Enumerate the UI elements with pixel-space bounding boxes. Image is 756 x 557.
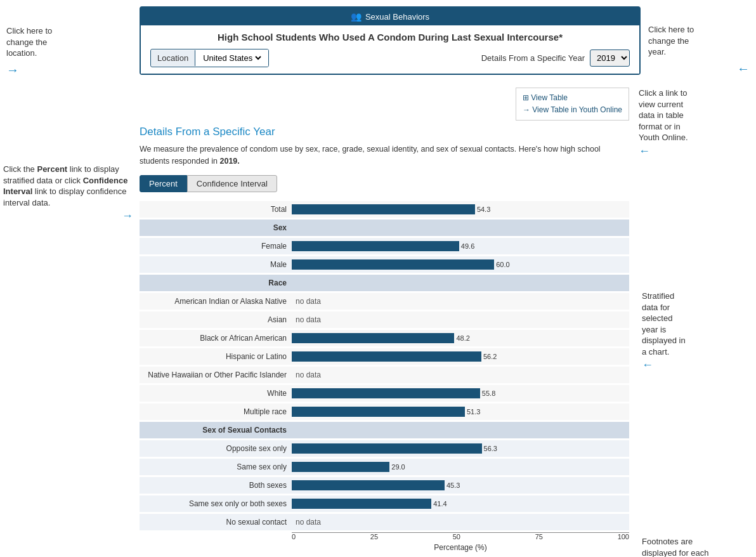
header-box: 👥 Sexual Behaviors High School Students … [140,6,641,75]
survey-title: High School Students Who Used A Condom D… [150,32,630,43]
chart-row-label: American Indian or Alaska Native [140,297,292,306]
chart-row-label: No sexual contact [140,518,292,527]
chart-row-label: Both sexes [140,481,292,490]
chart-bar [292,443,482,454]
year-dropdown[interactable]: 2019 [590,49,630,67]
chart-bar [292,204,475,214]
chart-bar-value: 49.6 [461,242,474,250]
chart-bar-container: 55.8 [292,386,629,400]
chart-row-label: Same sex only [140,462,292,471]
chart-bar-value: 56.3 [484,445,497,452]
section-year: 2019. [220,157,240,166]
chart-row-label: Native Hawaiian or Other Pacific Islande… [140,370,292,379]
chart-bar-container: 56.3 [292,442,629,455]
chart-no-data: no data [292,518,321,527]
chart-bar-container [292,221,629,235]
percent-toggle[interactable]: Percent [140,175,187,192]
chart-bar-container: 54.3 [292,202,629,216]
chart-row: American Indian or Alaska Nativeno data [140,293,629,310]
chart-bar-container: 49.6 [292,239,629,253]
chart-bar-container: 48.2 [292,331,629,345]
chart-bar-container [292,276,629,290]
chart-row: Hispanic or Latino56.2 [140,348,629,365]
x-axis-title: Percentage (%) [292,543,629,552]
chart-bar-value: 41.4 [433,500,446,508]
chart-bar-container: no data [292,515,629,529]
section-desc: We measure the prevalence of condom use … [140,143,629,167]
chart-bar-value: 51.3 [467,408,480,416]
header-title-bar: 👥 Sexual Behaviors [141,8,639,25]
callout-view-table: Click a link to view current data in tab… [639,88,753,159]
chart-bar [292,388,480,398]
chart-bar-value: 60.0 [496,261,509,268]
chart-bar [292,241,459,251]
chart-bar-value: 55.8 [482,390,495,397]
callout-change-location: Click here to change the location. → [6,25,114,79]
chart-row: Same sex only or both sexes41.4 [140,495,629,512]
chart-row-label: Race [140,278,292,287]
chart-row-label: Asian [140,315,292,324]
chart-row: Sex of Sexual Contacts [140,422,629,438]
chart-row-label: Multiple race [140,407,292,416]
header-content: High School Students Who Used A Condom D… [141,25,639,74]
chart-row: Same sex only29.0 [140,459,629,475]
chart-bar [292,351,481,362]
chart-bar-value: 29.0 [391,463,405,471]
view-youth-online-link[interactable]: → View Table in Youth Online [523,104,622,116]
chart-bar-container: 56.2 [292,350,629,364]
chart-bar [292,259,494,270]
chart-bar-container: 45.3 [292,478,629,492]
page-wrapper: Click here to change the location. → Cli… [0,0,756,557]
year-label: Details From a Specific Year [481,53,585,63]
chart-row-label: Same sex only or both sexes [140,499,292,508]
chart-no-data: no data [292,297,321,306]
section-title: Details From a Specific Year [140,126,629,138]
location-dropdown[interactable]: United States [200,53,263,63]
confidence-interval-toggle[interactable]: Confidence Interval [187,175,277,192]
callout-change-year: Click here to change the year. ← [648,24,750,77]
callout-percent-ci: Click the Percent link to display strati… [3,164,133,223]
x-label-100: 100 [618,533,629,541]
chart-row-label: Hispanic or Latino [140,352,292,361]
chart-row-label: White [140,389,292,398]
chart-row: Both sexes45.3 [140,477,629,494]
chart-bar-value: 54.3 [477,206,490,213]
chart-bar-value: 45.3 [446,482,460,489]
chart-row-label: Total [140,205,292,214]
chart-row-label: Opposite sex only [140,444,292,453]
chart-row: Total54.3 [140,201,629,218]
location-select[interactable]: United States [195,49,268,67]
chart-row: Female49.6 [140,238,629,254]
view-links-box: ⊞ View Table → View Table in Youth Onlin… [516,88,629,121]
chart-row-label: Sex of Sexual Contacts [140,426,292,435]
view-table-link[interactable]: ⊞ View Table [523,92,622,104]
chart-no-data: no data [292,315,321,324]
chart-row: White55.8 [140,385,629,402]
chart-bar [292,480,445,490]
table-icon: ⊞ [523,93,529,102]
chart-bar [292,462,389,472]
chart-row-label: Male [140,260,292,269]
chart-bar-container: 51.3 [292,405,629,419]
chart-bar-container: no data [292,313,629,327]
location-label: Location [151,50,195,66]
x-label-50: 50 [453,533,460,541]
chart-bar [292,499,431,509]
toggle-group: Percent Confidence Interval [140,175,629,192]
chart-row: No sexual contactno data [140,514,629,530]
x-label-75: 75 [535,533,543,541]
chart-area: Total54.3SexFemale49.6Male60.0RaceAmeric… [140,201,629,530]
callout-footnotes: Footnotes are displayed for each section… [642,536,753,557]
callout-stratified: Stratified data for selected year is dis… [642,291,753,373]
chart-row: Native Hawaiian or Other Pacific Islande… [140,367,629,383]
chart-row: Race [140,275,629,291]
people-icon: 👥 [351,11,362,22]
chart-row-label: Sex [140,223,292,232]
x-label-0: 0 [292,533,296,541]
year-group: Details From a Specific Year 2019 [481,49,630,67]
chart-bar-container: no data [292,368,629,382]
chart-row: Sex [140,220,629,236]
chart-bar-container: no data [292,294,629,308]
location-group: Location United States [150,49,269,67]
chart-row: Opposite sex only56.3 [140,440,629,457]
